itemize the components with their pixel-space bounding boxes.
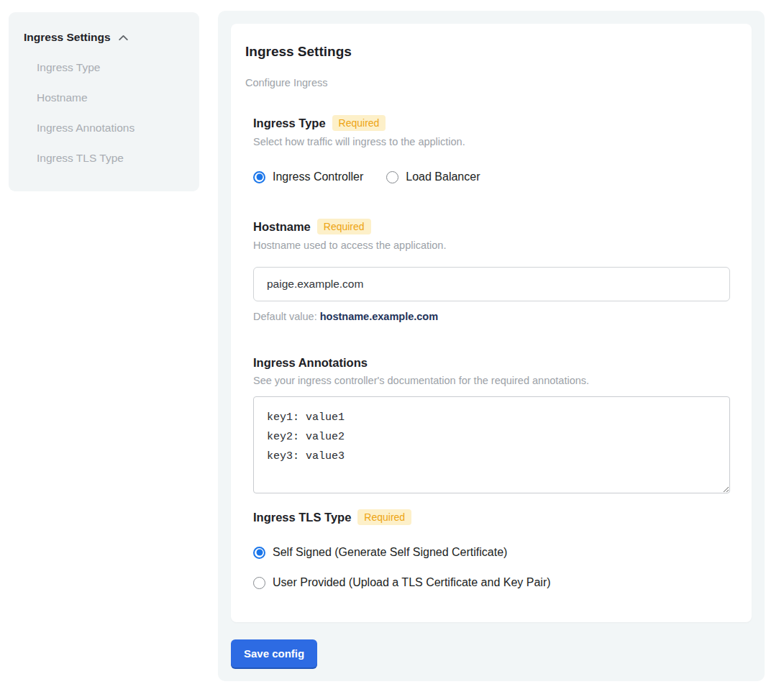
radio-option-label: User Provided (Upload a TLS Certificate …	[273, 576, 551, 589]
ingress-tls-options: Self Signed (Generate Self Signed Certif…	[253, 546, 730, 589]
hostname-label: Hostname	[253, 220, 311, 234]
ingress-tls-type-label: Ingress TLS Type	[253, 511, 351, 524]
ingress-annotations-help: See your ingress controller's documentat…	[253, 375, 730, 386]
ingress-type-label: Ingress Type	[253, 117, 326, 130]
sidebar-item-ingress-tls-type[interactable]: Ingress TLS Type	[37, 152, 188, 165]
radio-option-load-balancer[interactable]: Load Balancer	[386, 170, 480, 183]
default-value-text: hostname.example.com	[320, 311, 438, 322]
sidebar-group-label: Ingress Settings	[24, 31, 111, 44]
required-badge: Required	[357, 509, 411, 525]
radio-option-ingress-controller[interactable]: Ingress Controller	[253, 170, 363, 183]
ingress-type-options: Ingress Controller Load Balancer	[253, 170, 730, 183]
radio-unselected-icon	[253, 577, 265, 589]
hostname-help: Hostname used to access the application.	[253, 240, 730, 251]
ingress-type-help: Select how traffic will ingress to the a…	[253, 136, 730, 147]
section-ingress-annotations: Ingress Annotations See your ingress con…	[253, 356, 730, 493]
radio-option-label: Self Signed (Generate Self Signed Certif…	[273, 546, 507, 559]
card-title: Ingress Settings	[245, 44, 730, 60]
section-ingress-type: Ingress Type Required Select how traffic…	[253, 115, 730, 183]
ingress-annotations-label: Ingress Annotations	[253, 356, 368, 370]
hostname-default-line: Default value:hostname.example.com	[253, 311, 730, 322]
required-badge: Required	[317, 219, 371, 234]
section-ingress-tls-type: Ingress TLS Type Required Self Signed (G…	[253, 509, 730, 589]
sidebar-item-ingress-annotations[interactable]: Ingress Annotations	[37, 122, 188, 135]
sidebar-item-ingress-type[interactable]: Ingress Type	[37, 61, 188, 74]
settings-nav-sidebar: Ingress Settings Ingress Type Hostname I…	[9, 12, 199, 191]
radio-option-label: Ingress Controller	[273, 170, 363, 183]
required-badge: Required	[332, 115, 386, 131]
sidebar-group-ingress-settings[interactable]: Ingress Settings	[24, 31, 188, 44]
ingress-annotations-textarea[interactable]: key1: value1 key2: value2 key3: value3	[253, 396, 730, 493]
default-value-label: Default value:	[253, 311, 317, 322]
save-config-button[interactable]: Save config	[231, 639, 317, 668]
form-sections: Ingress Type Required Select how traffic…	[253, 115, 730, 589]
card-subtitle: Configure Ingress	[245, 77, 730, 88]
radio-option-label: Load Balancer	[406, 170, 480, 183]
hostname-input[interactable]	[253, 267, 730, 301]
radio-unselected-icon	[386, 171, 398, 183]
radio-option-self-signed[interactable]: Self Signed (Generate Self Signed Certif…	[253, 546, 730, 559]
radio-option-user-provided[interactable]: User Provided (Upload a TLS Certificate …	[253, 576, 730, 589]
sidebar-item-hostname[interactable]: Hostname	[37, 91, 188, 104]
chevron-up-icon	[117, 32, 129, 44]
page: Ingress Settings Ingress Type Hostname I…	[0, 0, 784, 697]
section-hostname: Hostname Required Hostname used to acces…	[253, 219, 730, 322]
radio-selected-icon	[253, 171, 265, 183]
ingress-settings-card: Ingress Settings Configure Ingress Ingre…	[231, 24, 752, 622]
sidebar-item-list: Ingress Type Hostname Ingress Annotation…	[24, 61, 188, 165]
settings-panel: Ingress Settings Configure Ingress Ingre…	[218, 11, 765, 681]
radio-selected-icon	[253, 547, 265, 559]
